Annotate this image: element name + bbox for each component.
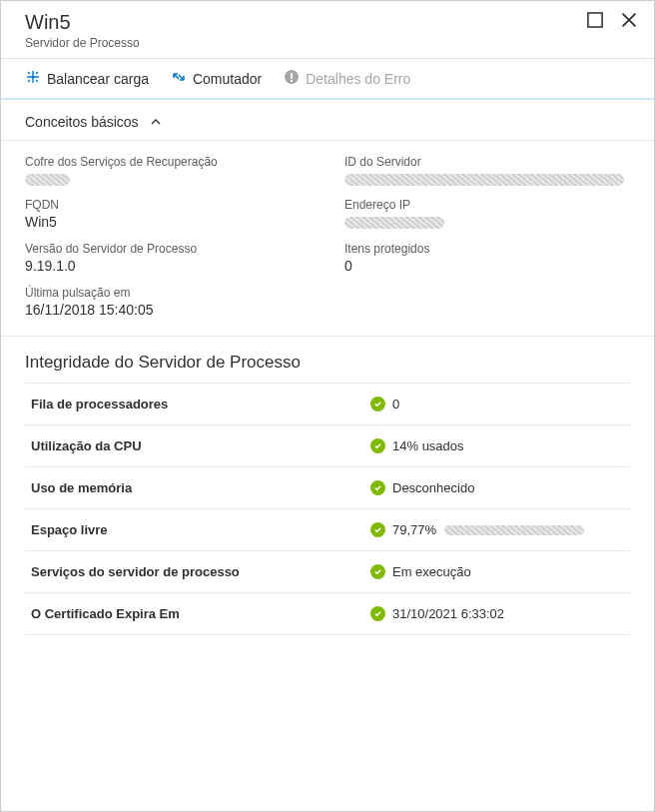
close-icon[interactable] — [620, 11, 638, 29]
ip-value-redacted — [344, 217, 444, 229]
ip-label: Endereço IP — [344, 198, 630, 212]
basics-panel: Cofre dos Serviços de Recuperação ID do … — [1, 141, 654, 337]
health-row-value: Desconhecido — [392, 480, 474, 495]
table-row: Uso de memória Desconhecido — [25, 466, 630, 508]
health-row-label: Utilização da CPU — [31, 438, 370, 453]
free-space-percent: 79,77% — [392, 522, 436, 537]
balance-load-label: Balancear carga — [47, 71, 149, 87]
chevron-up-icon — [149, 115, 163, 129]
balance-icon — [25, 69, 41, 88]
health-row-label: Espaço livre — [31, 522, 370, 537]
free-space-detail-redacted — [444, 525, 584, 535]
health-row-value: 14% usados — [392, 438, 464, 453]
version-value: 9.19.1.0 — [25, 258, 325, 274]
basics-header-label: Conceitos básicos — [25, 114, 139, 130]
health-title: Integridade do Servidor de Processo — [1, 337, 654, 383]
vault-label: Cofre dos Serviços de Recuperação — [25, 155, 325, 169]
toolbar: Balancear carga Comutador Detalhes do Er… — [1, 59, 654, 100]
protected-value: 0 — [344, 258, 630, 274]
switch-icon — [171, 69, 187, 88]
health-row-label: Uso de memória — [31, 480, 370, 495]
svg-rect-3 — [291, 73, 293, 79]
switch-label: Comutador — [193, 71, 262, 87]
version-label: Versão do Servidor de Processo — [25, 242, 325, 256]
table-row: Fila de processadores 0 — [25, 383, 630, 424]
ok-icon — [370, 438, 385, 453]
ok-icon — [370, 397, 385, 411]
health-row-label: O Certificado Expira Em — [31, 606, 370, 621]
error-details-button: Detalhes do Erro — [284, 69, 410, 88]
protected-label: Itens protegidos — [344, 242, 630, 256]
server-id-value-redacted — [344, 174, 624, 186]
fqdn-value: Win5 — [25, 214, 325, 230]
health-row-value: Em execução — [392, 564, 471, 579]
basics-toggle[interactable]: Conceitos básicos — [1, 100, 654, 141]
health-row-value: 31/10/2021 6:33:02 — [392, 606, 504, 621]
restore-icon[interactable] — [586, 11, 604, 29]
balance-load-button[interactable]: Balancear carga — [25, 69, 149, 88]
error-icon — [284, 69, 300, 88]
table-row: Serviços do servidor de processo Em exec… — [25, 550, 630, 592]
vault-value-redacted — [25, 174, 70, 186]
window-subtitle: Servidor de Processo — [25, 36, 140, 50]
server-id-label: ID do Servidor — [344, 155, 630, 169]
svg-rect-4 — [291, 80, 293, 82]
svg-point-1 — [32, 76, 35, 79]
table-row: Utilização da CPU 14% usados — [25, 424, 630, 466]
ok-icon — [370, 606, 385, 621]
error-details-label: Detalhes do Erro — [306, 71, 410, 87]
title-bar: Win5 Servidor de Processo — [1, 1, 654, 59]
table-row: O Certificado Expira Em 31/10/2021 6:33:… — [25, 592, 630, 635]
fqdn-label: FQDN — [25, 198, 325, 212]
ok-icon — [370, 564, 385, 579]
health-table: Fila de processadores 0 Utilização da CP… — [1, 383, 654, 635]
heartbeat-value: 16/11/2018 15:40:05 — [25, 302, 325, 318]
ok-icon — [370, 480, 385, 495]
health-row-label: Serviços do servidor de processo — [31, 564, 370, 579]
table-row: Espaço livre 79,77% — [25, 508, 630, 550]
switch-button[interactable]: Comutador — [171, 69, 262, 88]
health-row-label: Fila de processadores — [31, 397, 370, 411]
health-row-value: 79,77% — [392, 522, 584, 537]
ok-icon — [370, 522, 385, 537]
health-row-value: 0 — [392, 397, 399, 411]
heartbeat-label: Última pulsação em — [25, 286, 325, 300]
window-title: Win5 — [25, 11, 140, 34]
svg-rect-0 — [588, 13, 602, 27]
